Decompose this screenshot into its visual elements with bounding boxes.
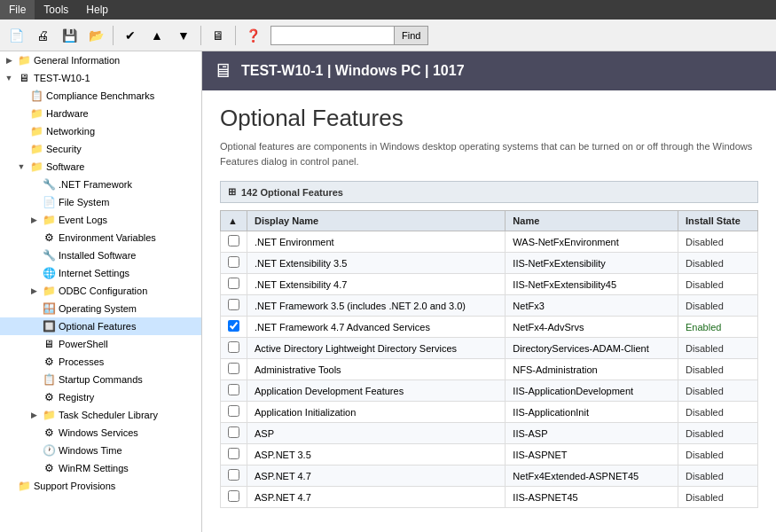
row-check-3[interactable] xyxy=(221,295,247,317)
sidebar-item-software[interactable]: ▼ 📁 Software xyxy=(0,158,201,176)
sidebar-item-dotnet[interactable]: 🔧 .NET Framework xyxy=(0,176,201,193)
toolbar-btn-check[interactable]: ✔ xyxy=(118,23,143,48)
sidebar-item-general[interactable]: ▶ 📁 General Information xyxy=(0,51,201,69)
row-state-11: Disabled xyxy=(678,466,758,487)
row-check-8[interactable] xyxy=(221,402,247,423)
sidebar-item-security[interactable]: 📁 Security xyxy=(0,140,201,158)
sidebar-item-networking[interactable]: 📁 Networking xyxy=(0,122,201,140)
table-row: Active Directory Lightweight Directory S… xyxy=(221,338,758,359)
sidebar-item-compliance[interactable]: 📋 Compliance Benchmarks xyxy=(0,87,201,105)
row-state-9: Disabled xyxy=(678,423,758,444)
menu-tools[interactable]: Tools xyxy=(35,0,77,20)
row-name-5: DirectoryServices-ADAM-Client xyxy=(506,338,678,359)
toolbar-btn-pdf[interactable]: 📄 xyxy=(4,23,28,48)
row-check-2[interactable] xyxy=(221,274,247,295)
checkbox-11[interactable] xyxy=(228,469,239,481)
checkbox-6[interactable] xyxy=(228,363,239,374)
sidebar-item-os[interactable]: 🪟 Operating System xyxy=(0,300,201,317)
toolbar-btn-down[interactable]: ▼ xyxy=(171,23,196,48)
sidebar-item-taskscheduler[interactable]: ▶ 📁 Task Scheduler Library xyxy=(0,406,201,424)
icon-winrm: ⚙ xyxy=(42,461,56,475)
sidebar-item-winservices[interactable]: ⚙ Windows Services xyxy=(0,424,201,442)
toolbar-btn-save[interactable]: 💾 xyxy=(57,23,82,48)
sidebar-item-processes[interactable]: ⚙ Processes xyxy=(0,353,201,371)
icon-odbc: 📁 xyxy=(42,284,56,298)
table-row: Administrative Tools NFS-Administration … xyxy=(221,359,758,380)
sidebar-item-internet[interactable]: 🌐 Internet Settings xyxy=(0,264,201,282)
sidebar-item-optfeatures[interactable]: 🔲 Optional Features xyxy=(0,317,201,335)
icon-test-w10: 🖥 xyxy=(17,71,31,85)
expander-eventlogs: ▶ xyxy=(28,215,39,224)
checkbox-2[interactable] xyxy=(228,278,239,289)
checkbox-10[interactable] xyxy=(228,448,239,459)
find-button[interactable]: Find xyxy=(395,26,428,45)
row-state-6: Disabled xyxy=(678,359,758,380)
sidebar-item-winrm[interactable]: ⚙ WinRM Settings xyxy=(0,459,201,477)
icon-networking: 📁 xyxy=(29,124,43,138)
row-display-name-8: Application Initialization xyxy=(247,402,506,423)
pc-icon: 🖥 xyxy=(213,59,232,82)
sidebar-item-installed[interactable]: 🔧 Installed Software xyxy=(0,246,201,264)
checkbox-7[interactable] xyxy=(228,384,239,395)
sidebar-item-wintime[interactable]: 🕐 Windows Time xyxy=(0,442,201,459)
label-registry: Registry xyxy=(59,392,94,403)
row-display-name-3: .NET Framework 3.5 (includes .NET 2.0 an… xyxy=(247,295,506,317)
icon-installed: 🔧 xyxy=(42,248,56,262)
toolbar-btn-monitor[interactable]: 🖥 xyxy=(206,23,231,48)
search-input[interactable] xyxy=(270,26,395,45)
sidebar-item-registry[interactable]: ⚙ Registry xyxy=(0,388,201,406)
sidebar-item-odbc[interactable]: ▶ 📁 ODBC Configuration xyxy=(0,282,201,300)
sidebar-item-eventlogs[interactable]: ▶ 📁 Event Logs xyxy=(0,211,201,229)
checkbox-8[interactable] xyxy=(228,405,239,417)
row-check-11[interactable] xyxy=(221,466,247,487)
label-wintime: Windows Time xyxy=(59,445,122,456)
expander-test-w10: ▼ xyxy=(4,74,14,82)
row-check-12[interactable] xyxy=(221,487,247,508)
sidebar-item-envvars[interactable]: ⚙ Environment Variables xyxy=(0,229,201,246)
row-state-0: Disabled xyxy=(678,231,758,253)
checkbox-0[interactable] xyxy=(228,235,239,246)
row-check-4[interactable] xyxy=(221,317,247,338)
sidebar-item-startup[interactable]: 📋 Startup Commands xyxy=(0,371,201,388)
row-name-12: IIS-ASPNET45 xyxy=(506,487,678,508)
menubar: File Tools Help xyxy=(0,0,776,20)
checkbox-3[interactable] xyxy=(228,299,239,310)
sidebar-item-filesystem[interactable]: 📄 File System xyxy=(0,193,201,211)
checkbox-4[interactable] xyxy=(228,320,239,332)
toolbar-btn-print[interactable]: 🖨 xyxy=(30,23,55,48)
row-check-10[interactable] xyxy=(221,444,247,466)
row-check-6[interactable] xyxy=(221,359,247,380)
row-check-0[interactable] xyxy=(221,231,247,253)
row-check-9[interactable] xyxy=(221,423,247,444)
row-name-7: IIS-ApplicationDevelopment xyxy=(506,380,678,402)
toolbar-btn-help[interactable]: ❓ xyxy=(240,23,265,48)
sidebar-item-hardware[interactable]: 📁 Hardware xyxy=(0,105,201,122)
row-check-1[interactable] xyxy=(221,253,247,274)
sidebar-item-test-w10[interactable]: ▼ 🖥 TEST-W10-1 xyxy=(0,69,201,87)
col-name: Name xyxy=(506,211,678,231)
table-row: ASP.NET 3.5 IIS-ASPNET Disabled xyxy=(221,444,758,466)
row-display-name-9: ASP xyxy=(247,423,506,444)
checkbox-1[interactable] xyxy=(228,256,239,268)
row-display-name-0: .NET Environment xyxy=(247,231,506,253)
row-display-name-11: ASP.NET 4.7 xyxy=(247,466,506,487)
col-display-name[interactable]: Display Name xyxy=(247,211,506,231)
checkbox-12[interactable] xyxy=(228,490,239,502)
sidebar-item-powershell[interactable]: 🖥 PowerShell xyxy=(0,335,201,353)
row-name-10: IIS-ASPNET xyxy=(506,444,678,466)
checkbox-9[interactable] xyxy=(228,426,239,438)
label-os: Operating System xyxy=(59,303,137,314)
toolbar-btn-open[interactable]: 📂 xyxy=(83,23,108,48)
label-eventlogs: Event Logs xyxy=(59,215,107,225)
row-name-8: IIS-ApplicationInit xyxy=(506,402,678,423)
sidebar-item-support[interactable]: 📁 Support Provisions xyxy=(0,477,201,495)
checkbox-5[interactable] xyxy=(228,341,239,353)
menu-file[interactable]: File xyxy=(0,0,35,20)
icon-hardware: 📁 xyxy=(29,106,43,121)
row-check-5[interactable] xyxy=(221,338,247,359)
label-networking: Networking xyxy=(46,126,95,137)
expander-odbc: ▶ xyxy=(28,286,39,295)
toolbar-btn-up[interactable]: ▲ xyxy=(145,23,169,48)
row-check-7[interactable] xyxy=(221,380,247,402)
menu-help[interactable]: Help xyxy=(77,0,117,20)
